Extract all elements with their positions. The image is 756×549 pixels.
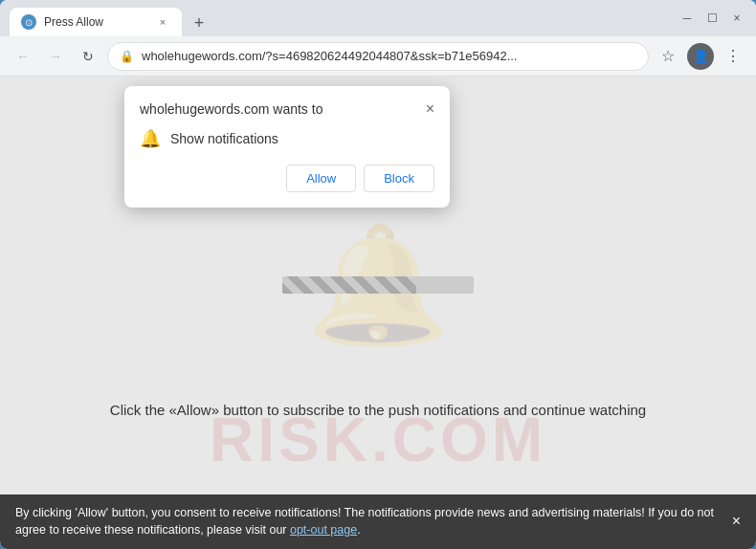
bookmark-button[interactable]: ☆ bbox=[655, 43, 681, 70]
close-window-button[interactable]: × bbox=[727, 9, 746, 28]
info-bar-close-button[interactable]: × bbox=[732, 510, 741, 533]
minimize-button[interactable]: ─ bbox=[678, 9, 697, 28]
toolbar: ← → ↻ 🔒 wholehugewords.com/?s=4698206244… bbox=[0, 36, 756, 77]
progress-bar bbox=[282, 276, 474, 294]
maximize-button[interactable]: ☐ bbox=[702, 9, 722, 28]
show-notifications-text: Show notifications bbox=[170, 131, 278, 146]
bell-icon: 🔔 bbox=[140, 128, 161, 149]
info-bar-message: By clicking 'Allow' button, you consent … bbox=[15, 506, 714, 538]
profile-button[interactable]: 👤 bbox=[687, 43, 714, 70]
reload-button[interactable]: ↻ bbox=[75, 43, 101, 70]
popup-buttons: Allow Block bbox=[140, 165, 434, 192]
tab-favicon: ⊙ bbox=[21, 14, 36, 30]
progress-bar-fill bbox=[282, 276, 416, 294]
popup-notification-row: 🔔 Show notifications bbox=[140, 128, 434, 149]
back-button[interactable]: ← bbox=[10, 43, 36, 70]
window-controls: ─ ☐ × bbox=[678, 9, 746, 28]
notification-popup: wholehugewords.com wants to × 🔔 Show not… bbox=[124, 86, 450, 208]
popup-close-button[interactable]: × bbox=[426, 101, 434, 117]
lock-icon: 🔒 bbox=[120, 50, 134, 63]
new-tab-button[interactable]: + bbox=[186, 10, 212, 36]
info-bar-text: By clicking 'Allow' button, you consent … bbox=[15, 504, 723, 540]
risk-watermark: RISK.COM bbox=[0, 405, 756, 475]
browser-tab[interactable]: ⊙ Press Allow × bbox=[10, 8, 182, 36]
tab-area: ⊙ Press Allow × + bbox=[10, 0, 670, 36]
title-bar: ⊙ Press Allow × + ─ ☐ × bbox=[0, 0, 756, 36]
tab-close-button[interactable]: × bbox=[155, 14, 170, 30]
popup-header: wholehugewords.com wants to × bbox=[140, 101, 434, 117]
menu-button[interactable]: ⋮ bbox=[720, 43, 746, 70]
url-text: wholehugewords.com/?s=469820624492044807… bbox=[142, 49, 636, 63]
allow-button[interactable]: Allow bbox=[286, 165, 356, 192]
block-button[interactable]: Block bbox=[364, 165, 434, 192]
address-bar[interactable]: 🔒 wholehugewords.com/?s=4698206244920448… bbox=[107, 42, 649, 71]
page-content: 🔔 Click the «Allow» button to subscribe … bbox=[0, 77, 756, 494]
progress-area bbox=[282, 276, 474, 294]
info-bar: By clicking 'Allow' button, you consent … bbox=[0, 494, 756, 550]
popup-title-text: wholehugewords.com wants to bbox=[140, 101, 322, 117]
forward-button[interactable]: → bbox=[42, 43, 69, 70]
browser-window: ⊙ Press Allow × + ─ ☐ × ← → ↻ 🔒 wholehug… bbox=[0, 0, 756, 549]
tab-title: Press Allow bbox=[44, 15, 147, 29]
opt-out-link[interactable]: opt-out page bbox=[290, 523, 357, 537]
